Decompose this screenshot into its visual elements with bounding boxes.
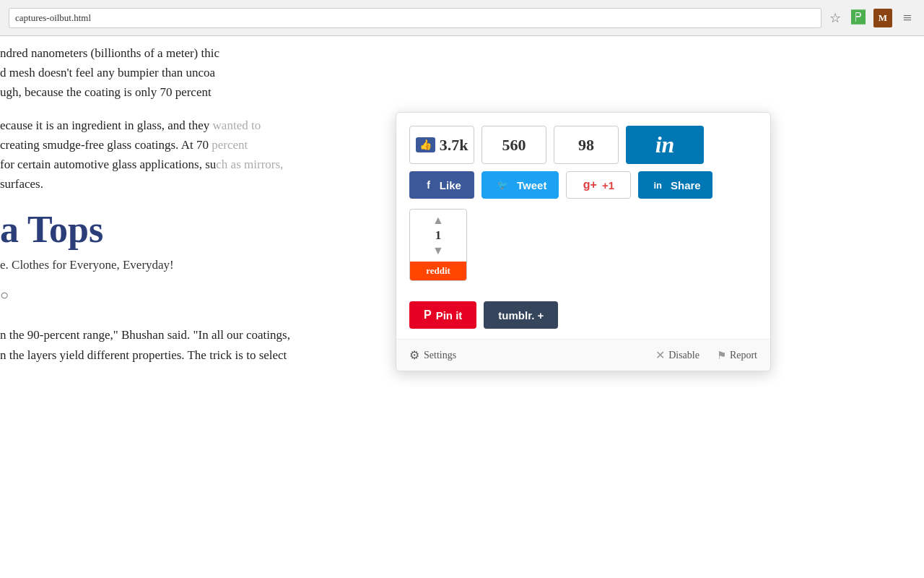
menu-icon[interactable]: ≡: [899, 10, 915, 26]
googleplus-btn-label: +1: [602, 179, 614, 191]
article-para2: ecause it is an ingredient in glass, and…: [0, 118, 283, 191]
url-text: captures-oilbut.html: [15, 12, 91, 24]
browser-chrome: captures-oilbut.html ☆ 🅿 M ≡: [0, 0, 924, 36]
twitter-count-box: 560: [481, 126, 546, 164]
settings-button[interactable]: ⚙ Settings: [409, 348, 456, 362]
googleplus-icon: g+: [583, 178, 597, 191]
article-background: ndred nanometers (billionths of a meter)…: [0, 36, 397, 365]
share-counts-row: 👍 3.7k 560 98 in: [409, 126, 757, 164]
share-buttons-row: f Like 🐦 Tweet g+ +1 in Share: [409, 171, 757, 199]
disable-label: Disable: [668, 350, 699, 361]
linkedin-btn-label: Share: [671, 179, 701, 191]
facebook-count-value: 3.7k: [440, 136, 468, 155]
reddit-downvote-arrow: ▼: [432, 244, 444, 257]
reddit-count-value: 1: [435, 228, 442, 243]
facebook-icon: f: [422, 178, 435, 191]
pinterest-btn-label: Pin it: [436, 309, 463, 322]
linkedin-icon: in: [650, 178, 666, 192]
pinterest-button[interactable]: P Pin it: [409, 301, 476, 329]
page-content: ndred nanometers (billionths of a meter)…: [0, 36, 924, 578]
article-text-bottom: n the 90-percent range," Bhushan said. "…: [0, 325, 397, 364]
settings-label: Settings: [424, 350, 456, 361]
facebook-btn-label: Like: [440, 179, 461, 191]
extension-icon[interactable]: 🅿: [850, 10, 866, 26]
twitter-tweet-button[interactable]: 🐦 Tweet: [481, 171, 559, 199]
report-label: Report: [730, 350, 757, 361]
section-heading: a Tops: [0, 208, 397, 251]
bottom-buttons-row: P Pin it tumblr. +: [409, 301, 757, 329]
reddit-upvote-arrow: ▲: [432, 214, 444, 227]
pinterest-icon: P: [424, 309, 432, 322]
googleplus-count-box: 98: [554, 126, 619, 164]
facebook-like-button[interactable]: f Like: [409, 171, 474, 199]
article-para1: ndred nanometers (billionths of a meter)…: [0, 46, 219, 99]
report-button[interactable]: ⚑ Report: [717, 349, 757, 362]
article-para3: n the 90-percent range," Bhushan said. "…: [0, 325, 397, 364]
linkedin-icon-text: in: [655, 131, 675, 158]
share-footer: ⚙ Settings ✕ Disable ⚑ Report: [396, 339, 770, 371]
radio-bullet: ○: [0, 287, 397, 303]
gear-icon: ⚙: [409, 348, 419, 362]
googleplus-count-value: 98: [578, 136, 594, 155]
x-icon: ✕: [655, 348, 665, 362]
profile-icon[interactable]: M: [873, 9, 892, 27]
section-sub: e. Clothes for Everyone, Everyday!: [0, 258, 397, 272]
reddit-row: ▲ 1 ▼ reddit: [409, 209, 757, 291]
reddit-arrows-count: ▲ 1 ▼: [432, 210, 444, 262]
browser-icons: ☆ 🅿 M ≡: [827, 9, 915, 27]
bookmark-icon[interactable]: ☆: [827, 10, 843, 26]
googleplus-button[interactable]: g+ +1: [566, 171, 631, 199]
reddit-label: reddit: [410, 262, 466, 280]
disable-button[interactable]: ✕ Disable: [655, 348, 699, 362]
facebook-thumb-icon: 👍: [416, 137, 435, 152]
tumblr-btn-label: tumblr. +: [498, 309, 544, 322]
reddit-widget[interactable]: ▲ 1 ▼ reddit: [409, 209, 467, 281]
flag-icon: ⚑: [717, 349, 726, 362]
twitter-btn-label: Tweet: [517, 179, 546, 191]
twitter-icon: 🐦: [494, 179, 512, 191]
tumblr-button[interactable]: tumblr. +: [484, 301, 558, 329]
twitter-count-value: 560: [502, 136, 526, 155]
linkedin-count-box: in: [626, 126, 704, 164]
linkedin-share-button[interactable]: in Share: [638, 171, 712, 199]
share-popup: 👍 3.7k 560 98 in f Like 🐦 Tweet: [396, 112, 771, 371]
facebook-count-box: 👍 3.7k: [409, 126, 474, 164]
article-text-top: ndred nanometers (billionths of a meter)…: [0, 43, 383, 194]
url-bar[interactable]: captures-oilbut.html: [9, 8, 821, 28]
